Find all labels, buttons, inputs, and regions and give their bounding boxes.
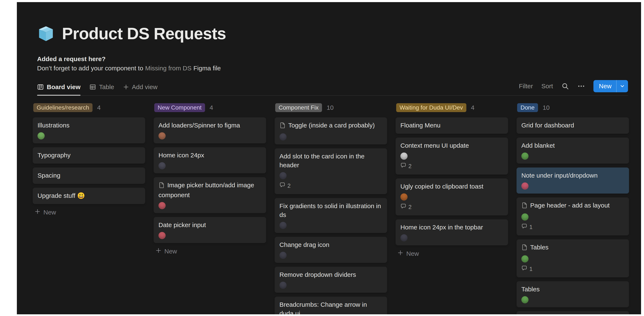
kanban-card[interactable]: Note under input/dropdown — [517, 168, 629, 194]
callout-line1: Added a request here? — [37, 54, 621, 64]
plus-icon — [156, 248, 162, 255]
callout-line2: Don’t forget to add your component toMis… — [37, 64, 621, 73]
add-card-button[interactable]: New — [396, 250, 508, 257]
kanban-card[interactable]: Floating Menu — [396, 118, 508, 134]
assignee-avatar — [400, 234, 408, 242]
card-title-text: Page header - add as layout — [530, 202, 610, 209]
assignee-avatar — [280, 222, 286, 229]
add-card-label: New — [44, 209, 56, 216]
missing-from-ds-mention[interactable]: Missing from DS — [145, 65, 192, 72]
sort-button[interactable]: Sort — [541, 82, 553, 90]
assignee-avatar — [158, 232, 166, 239]
kanban-card[interactable]: Fix gradients to solid in illustration i… — [275, 198, 387, 233]
column-cards: IllustrationsTypographySpacingUpgrade st… — [33, 118, 145, 204]
card-title-text: Date picker input — [158, 222, 206, 228]
tab-table[interactable]: Table — [89, 84, 114, 95]
page-header: Product DS Requests — [37, 25, 621, 42]
card-title: Remove dropdown dividers — [280, 270, 382, 279]
card-title: Add slot to the card icon in the header — [280, 152, 382, 170]
comment-count: 2 — [400, 162, 503, 171]
add-card-label: New — [164, 248, 177, 255]
page-description: Added a request here? Don’t forget to ad… — [37, 54, 621, 73]
kanban-card[interactable]: Context menu UI update2 — [396, 138, 508, 174]
card-title-text: Image picker button/add image component — [158, 182, 254, 198]
kanban-card[interactable]: Typography — [33, 148, 145, 164]
table-icon — [89, 84, 96, 90]
kanban-card[interactable]: Image picker button/add image component — [154, 178, 266, 213]
page-icon — [521, 202, 528, 211]
view-toolbar: Board view Table Add view Filter So — [37, 80, 628, 96]
card-title-text: Note under input/dropdown — [521, 172, 598, 179]
kanban-card[interactable]: Spacing — [33, 168, 145, 184]
card-title: Toggle (inside a card probably) — [280, 121, 382, 131]
kanban-card[interactable]: Illustrations — [33, 118, 145, 143]
kanban-card[interactable]: Date picker input — [154, 217, 266, 243]
notion-dark-workspace: Product DS Requests Added a request here… — [17, 2, 641, 314]
kanban-card[interactable]: Grid for dashboard — [517, 118, 629, 134]
tab-board-view[interactable]: Board view — [37, 84, 80, 95]
column-status-pill[interactable]: Guidelines/research — [33, 103, 92, 112]
more-options-icon[interactable] — [578, 82, 585, 90]
card-title: Home icon 24px in the topbar — [400, 223, 503, 232]
comment-bubble-icon — [521, 264, 527, 274]
card-title-text: Spacing — [38, 172, 60, 179]
kanban-card[interactable]: Ugly copied to clipboard toast2 — [396, 179, 508, 215]
column-cards: Grid for dashboardAdd blanketNote under … — [517, 118, 629, 314]
card-title-text: Add loaders/Spinner to figma — [158, 122, 240, 129]
chevron-down-icon[interactable] — [616, 80, 628, 92]
kanban-card[interactable]: Add slot to the card icon in the header2 — [275, 148, 387, 194]
column-card-count: 4 — [210, 104, 213, 111]
card-title: Date picker input — [158, 220, 261, 230]
search-icon[interactable] — [562, 82, 569, 90]
card-title-text: Breadcrumbs: Change arrow in duda ui — [280, 301, 367, 314]
kanban-card[interactable]: Tables — [517, 282, 629, 307]
kanban-card[interactable]: Breadcrumbs: Change arrow in duda ui — [275, 297, 387, 314]
assignee-avatar — [280, 133, 286, 140]
assignee-avatar — [158, 202, 166, 209]
add-view-button[interactable]: Add view — [123, 84, 158, 95]
kanban-card[interactable]: Home icon 24px — [154, 148, 266, 173]
column-cards: Toggle (inside a card probably)Add slot … — [275, 118, 387, 314]
card-title: Context menu UI update — [400, 141, 503, 150]
column-status-pill[interactable]: Component Fix — [275, 103, 322, 112]
assignee-avatar — [521, 296, 528, 303]
kanban-card[interactable]: Upgrade stuff 😃 — [33, 188, 145, 204]
kanban-card[interactable]: Add blanket — [517, 138, 629, 164]
card-title-text: Illustrations — [38, 122, 70, 129]
assignee-avatar — [400, 194, 408, 200]
plus-icon — [123, 84, 129, 90]
card-title-text: Add slot to the card icon in the header — [280, 153, 364, 168]
add-card-button[interactable]: New — [154, 248, 266, 255]
column-status-pill[interactable]: Done — [517, 103, 538, 112]
card-title-text: Fix gradients to solid in illustration i… — [280, 202, 381, 218]
kanban-card[interactable]: Remove dropdown dividers — [275, 267, 387, 292]
kanban-card[interactable]: Toggle (inside a card probably) — [275, 118, 387, 144]
column-card-count: 10 — [327, 104, 334, 111]
page-icon — [280, 122, 286, 131]
column-header: New Component4 — [154, 103, 266, 112]
card-title: Upgrade stuff 😃 — [38, 191, 140, 200]
kanban-card[interactable]: Change drag icon — [275, 237, 387, 263]
card-title: Illustrations — [38, 121, 140, 130]
kanban-card[interactable]: Page header - add as layout1 — [517, 198, 629, 235]
assignee-avatar — [521, 214, 528, 220]
comment-count: 1 — [521, 223, 624, 232]
kanban-card[interactable] — [517, 311, 629, 314]
card-title: Add blanket — [521, 141, 624, 150]
add-card-button[interactable]: New — [33, 208, 145, 216]
kanban-card[interactable]: Tables1 — [517, 240, 629, 277]
blue-box-emoji-icon[interactable] — [37, 25, 55, 42]
card-title-text: Remove dropdown dividers — [280, 271, 356, 278]
comment-number: 2 — [408, 203, 412, 212]
filter-button[interactable]: Filter — [519, 82, 533, 90]
column-card-count: 4 — [97, 104, 101, 111]
new-button[interactable]: New — [594, 80, 628, 92]
kanban-card[interactable]: Home icon 24px in the topbar — [396, 220, 508, 245]
column-cards: Floating MenuContext menu UI update2Ugly… — [396, 118, 508, 245]
column-status-pill[interactable]: Waiting for Duda UI/Dev — [396, 103, 466, 112]
comment-number: 1 — [529, 223, 532, 232]
assignee-avatar — [38, 132, 45, 140]
card-title-text: Change drag icon — [280, 241, 330, 248]
kanban-card[interactable]: Add loaders/Spinner to figma — [154, 118, 266, 143]
column-status-pill[interactable]: New Component — [154, 103, 205, 112]
